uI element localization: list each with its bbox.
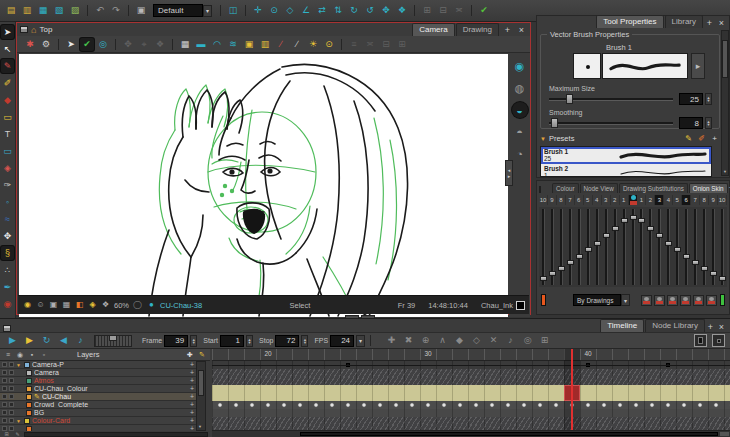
field-spinner[interactable] [190, 335, 197, 347]
lock-icon[interactable]: ▣ [242, 38, 256, 51]
onion-before-number[interactable]: 10 [539, 195, 548, 205]
slider-handle[interactable] [656, 233, 663, 238]
onion-opacity-slider[interactable] [566, 207, 575, 287]
layers-hscrollbar[interactable] [24, 432, 208, 437]
layer-bg[interactable]: BG [0, 409, 196, 417]
unlock-icon[interactable]: ▥ [258, 38, 272, 51]
slider-track[interactable] [549, 122, 673, 125]
track-cu-chau[interactable] [212, 385, 730, 401]
field-dropdown-arrow[interactable] [356, 335, 365, 347]
symbol-view-icon[interactable]: ◔ [512, 146, 528, 162]
matte-view-icon[interactable]: ◒ [512, 102, 528, 118]
paint-tool[interactable]: ◈ [1, 161, 14, 175]
scrollbar-end-cap[interactable] [720, 432, 729, 436]
add-view-button[interactable] [502, 24, 513, 35]
workspace-select[interactable]: Default [153, 4, 212, 17]
smoothing-spinner[interactable] [705, 117, 712, 129]
onion-after-number[interactable]: 5 [673, 195, 682, 205]
apply-check-icon[interactable]: ✔ [80, 38, 94, 51]
skew-icon[interactable]: ∠ [299, 4, 313, 17]
volume-handle[interactable] [109, 335, 117, 341]
text-tool[interactable]: T [1, 127, 14, 141]
add-child-button[interactable] [188, 409, 196, 416]
edit-stack-icon[interactable]: ✎ [13, 432, 22, 437]
keyframe-icon[interactable]: ◆ [452, 334, 467, 347]
onion-range-icon[interactable]: ◎ [520, 334, 535, 347]
onion-opacity-slider[interactable] [646, 207, 655, 287]
add-view-button[interactable] [705, 321, 716, 332]
before-colour-swatch[interactable] [541, 294, 546, 306]
delete-keyframe-icon[interactable]: ✕ [486, 334, 501, 347]
rotate-ccw-icon[interactable]: ↺ [363, 4, 377, 17]
safe-area-icon[interactable]: ▬ [194, 38, 208, 51]
add-layer-button[interactable]: ✚ [185, 350, 195, 360]
track-atmos[interactable] [212, 377, 730, 385]
rectangle-select-tool[interactable]: ▭ [1, 144, 14, 158]
tab-drawing[interactable]: Drawing [456, 23, 499, 36]
redo-icon[interactable]: ↷ [109, 4, 123, 17]
layer-cu-chau-colour[interactable]: CU-Chau_Colour [0, 385, 196, 393]
scrollbar-thumb[interactable] [722, 40, 728, 78]
slider-handle[interactable] [551, 118, 558, 128]
onion-after-number[interactable]: 1 [637, 195, 646, 205]
layer-enable-checkbox[interactable] [2, 362, 7, 367]
presets-collapse-arrow[interactable] [540, 136, 546, 142]
slider-handle[interactable] [540, 276, 547, 281]
layer-enable-checkbox[interactable] [2, 378, 7, 383]
tab-timeline[interactable]: Timeline [600, 319, 644, 332]
palette-icon[interactable]: ◧ [74, 300, 85, 311]
extra-4-icon[interactable]: ⊞ [395, 38, 409, 51]
scroll-up-arrow[interactable] [722, 31, 728, 38]
onion-before-number[interactable]: 9 [548, 195, 557, 205]
layer-lock-checkbox[interactable] [9, 370, 14, 375]
drawing-canvas[interactable] [19, 54, 508, 317]
select-cursor-icon[interactable]: ➤ [64, 38, 78, 51]
eraser-tool[interactable]: ▭ [1, 110, 14, 124]
onion-opacity-slider[interactable] [718, 207, 727, 287]
disabled-b-icon[interactable]: ⌖ [137, 38, 151, 51]
locator-icon[interactable]: ◎ [96, 38, 110, 51]
onion-opacity-slider[interactable] [575, 207, 584, 287]
brush-tool[interactable]: ✎ [1, 59, 14, 73]
slider-handle[interactable] [576, 254, 583, 259]
layer-lock-checkbox[interactable] [9, 402, 14, 407]
tab-colour[interactable]: Colour [552, 183, 579, 193]
new-scene-icon[interactable]: ▤ [4, 4, 18, 17]
onion-before-number[interactable]: 2 [611, 195, 620, 205]
tab-camera[interactable]: Camera [412, 23, 454, 36]
frames-scrollbar[interactable] [212, 430, 730, 437]
onion-opacity-slider[interactable] [557, 207, 566, 287]
sound-layer-icon[interactable]: ♪ [503, 334, 518, 347]
slider-handle[interactable] [701, 266, 708, 271]
onion-after-number[interactable]: 7 [691, 195, 700, 205]
close-view-button[interactable] [716, 321, 727, 332]
slider-handle[interactable] [710, 271, 717, 276]
layer-lock-checkbox[interactable] [9, 410, 14, 415]
layer-lock-checkbox[interactable] [9, 386, 14, 391]
add-child-button[interactable] [188, 417, 196, 424]
collapse-icon[interactable]: ∧ [435, 334, 450, 347]
layer-camera-p[interactable]: Camera-P [0, 361, 196, 369]
field-spinner[interactable] [301, 335, 308, 347]
slider-handle[interactable] [585, 247, 592, 252]
keyframe-marker[interactable] [586, 363, 590, 367]
pencil-lines-icon[interactable]: ∕ [290, 38, 304, 51]
preset-row[interactable]: Brush 2 1 [541, 164, 711, 177]
onion-opacity-slider[interactable] [620, 207, 629, 287]
onion-all-next-button[interactable] [706, 295, 717, 306]
dropper-tool[interactable]: ◦ [1, 195, 14, 209]
tab-onion-skin[interactable]: Onion Skin [689, 183, 728, 193]
onion-after-number[interactable]: 6 [682, 195, 691, 205]
onion-opacity-slider[interactable] [539, 207, 548, 287]
list-icon[interactable]: ≡ [3, 350, 13, 360]
onion-opacity-slider[interactable] [709, 207, 718, 287]
flip-horizontal-icon[interactable]: ⇄ [315, 4, 329, 17]
volume-scrub-widget[interactable] [94, 335, 132, 347]
motion-keyframe-icon[interactable]: ◇ [469, 334, 484, 347]
add-child-button[interactable] [188, 385, 196, 392]
preview-icon[interactable]: ❖ [100, 300, 111, 311]
onion-mode-arrow[interactable] [621, 294, 630, 306]
paste-icon[interactable]: ▣ [134, 4, 148, 17]
slider-handle[interactable] [683, 254, 690, 259]
layer-enable-checkbox[interactable] [2, 402, 7, 407]
